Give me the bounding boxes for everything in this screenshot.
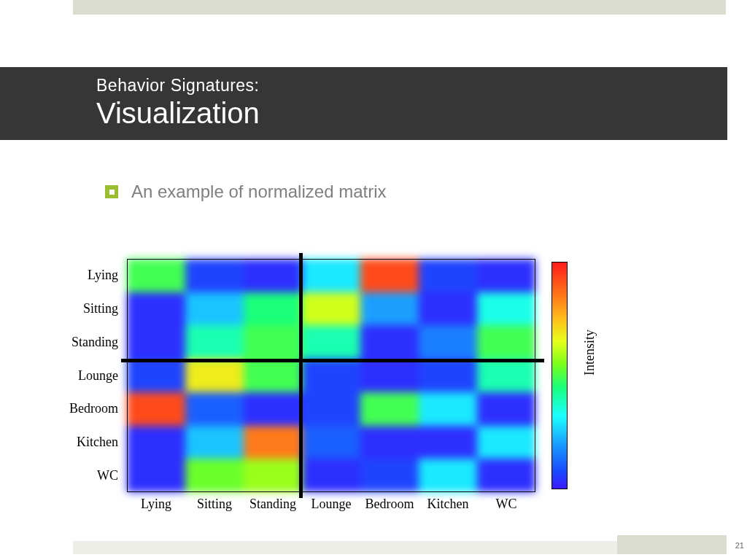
heatmap-cell — [477, 459, 535, 492]
heatmap-cell — [360, 359, 419, 392]
heatmap-cell — [127, 259, 185, 292]
x-tick-label: Kitchen — [419, 497, 477, 512]
heatmap-cell — [244, 259, 302, 292]
heatmap-cell — [185, 426, 244, 459]
heatmap-cell — [127, 292, 185, 326]
heatmap-cell — [419, 259, 477, 292]
quadrant-divider-horizontal — [121, 359, 544, 362]
slide-title: Visualization — [96, 97, 727, 130]
heatmap-cell — [302, 259, 360, 292]
heatmap-cell — [127, 426, 185, 459]
x-tick-label: WC — [477, 497, 535, 512]
heatmap-cell — [419, 292, 477, 326]
heatmap-cell — [360, 392, 419, 426]
heatmap-cell — [302, 459, 360, 492]
x-tick-label: Lying — [127, 497, 185, 512]
heatmap-cell — [302, 325, 360, 359]
heatmap-cell — [477, 392, 535, 426]
heatmap-cell — [302, 392, 360, 426]
colorbar — [551, 262, 568, 489]
heatmap-cell — [360, 426, 419, 459]
x-tick-label: Standing — [244, 497, 302, 512]
top-accent-bar — [73, 0, 726, 15]
heatmap-cell — [244, 359, 302, 392]
heatmap-cell — [185, 459, 244, 492]
y-tick-label: Sitting — [64, 292, 124, 326]
heatmap-cell — [185, 325, 244, 359]
footer-accent-block — [617, 535, 727, 554]
title-banner: Behavior Signatures: Visualization — [0, 67, 727, 140]
y-axis-labels: LyingSittingStandingLoungeBedroomKitchen… — [64, 259, 124, 492]
heatmap-cell — [185, 359, 244, 392]
heatmap-cell — [244, 392, 302, 426]
x-tick-label: Bedroom — [360, 497, 419, 512]
heatmap-cell — [185, 392, 244, 426]
bullet-item: An example of normalized matrix — [105, 182, 386, 202]
heatmap-cell — [360, 259, 419, 292]
bullet-icon — [105, 185, 118, 198]
heatmap-cell — [360, 292, 419, 326]
page-number: 21 — [735, 541, 744, 550]
heatmap-cell — [477, 359, 535, 392]
heatmap-cell — [419, 426, 477, 459]
colorbar-label: Intensity — [582, 330, 597, 376]
heatmap-cell — [302, 292, 360, 326]
heatmap-cell — [302, 426, 360, 459]
x-axis-labels: LyingSittingStandingLoungeBedroomKitchen… — [127, 497, 535, 512]
heatmap-cell — [244, 426, 302, 459]
bullet-text: An example of normalized matrix — [131, 182, 386, 202]
y-tick-label: Lying — [64, 259, 124, 292]
heatmap-cell — [244, 325, 302, 359]
heatmap-cell — [302, 359, 360, 392]
bullet-icon-inner — [109, 190, 115, 195]
heatmap-cell — [185, 292, 244, 326]
heatmap-cell — [127, 392, 185, 426]
heatmap-cell — [477, 292, 535, 326]
heatmap-cell — [477, 259, 535, 292]
heatmap-cell — [360, 325, 419, 359]
slide-kicker: Behavior Signatures: — [96, 76, 727, 96]
y-tick-label: WC — [64, 459, 124, 492]
heatmap-cell — [127, 325, 185, 359]
heatmap-cell — [419, 359, 477, 392]
heatmap-cell — [360, 459, 419, 492]
heatmap-cell — [127, 459, 185, 492]
y-tick-label: Bedroom — [64, 392, 124, 426]
heatmap-cell — [477, 426, 535, 459]
heatmap-cell — [419, 459, 477, 492]
x-tick-label: Lounge — [302, 497, 360, 512]
x-tick-label: Sitting — [185, 497, 244, 512]
y-tick-label: Lounge — [64, 359, 124, 392]
heatmap-cell — [244, 459, 302, 492]
heatmap-cell — [127, 359, 185, 392]
heatmap-grid — [127, 259, 535, 492]
heatmap-cell — [477, 325, 535, 359]
quadrant-divider-vertical — [299, 253, 303, 498]
heatmap-cell — [185, 259, 244, 292]
heatmap-cell — [244, 292, 302, 326]
y-tick-label: Standing — [64, 325, 124, 359]
heatmap-chart: LyingSittingStandingLoungeBedroomKitchen… — [64, 259, 597, 529]
heatmap-cell — [419, 392, 477, 426]
y-tick-label: Kitchen — [64, 426, 124, 459]
heatmap-cell — [419, 325, 477, 359]
